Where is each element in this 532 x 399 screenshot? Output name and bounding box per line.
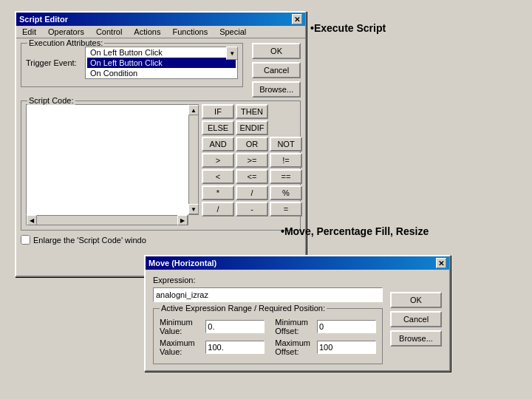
trigger-option-2[interactable]: On Left Button Click xyxy=(87,58,236,68)
top-section: Execution Attributes: Trigger Event: On … xyxy=(21,43,301,98)
script-editor-body: Execution Attributes: Trigger Event: On … xyxy=(16,38,305,249)
btn-lt[interactable]: < xyxy=(202,169,234,184)
btn-eq[interactable]: == xyxy=(270,169,302,184)
move-resize-annotation: •Move, Percentage Fill, Resize xyxy=(281,225,429,237)
max-value-label: Maximum Value: xyxy=(160,338,201,356)
script-editor-title: Script Editor xyxy=(19,15,292,24)
script-scrollbar-v[interactable]: ▲ ▼ xyxy=(188,104,199,215)
ok-button[interactable]: OK xyxy=(252,43,301,59)
max-value-input[interactable] xyxy=(205,341,265,354)
move-dialog-body: OK Cancel Browse... Expression: Active E… xyxy=(146,270,449,370)
trigger-dropdown[interactable]: On Left Button Click On Left Button Clic… xyxy=(85,47,238,79)
script-editor-window: Script Editor ✕ Edit Operators Control A… xyxy=(15,11,307,277)
textarea-container: ▲ ▼ ◀ ▶ xyxy=(26,104,199,225)
dialog-cancel-button[interactable]: Cancel xyxy=(390,311,442,327)
execute-script-annotation: •Execute Script xyxy=(310,22,386,34)
btn-endif[interactable]: ENDIF xyxy=(236,120,268,135)
min-value-label: Minimum Value: xyxy=(160,318,201,335)
btn-lte[interactable]: <= xyxy=(236,169,268,184)
script-code-group: Script Code: ▲ ▼ ◀ ▶ xyxy=(21,100,301,231)
max-offset-input[interactable] xyxy=(317,341,376,354)
btn-or[interactable]: OR xyxy=(236,137,268,151)
menu-edit[interactable]: Edit xyxy=(19,27,39,37)
expression-label: Expression: xyxy=(153,276,195,284)
script-btn-row-3: AND OR NOT xyxy=(202,137,302,151)
min-offset-label: Minimum Offset: xyxy=(275,318,313,335)
btn-minus[interactable]: - xyxy=(236,202,268,216)
scroll-right-arrow[interactable]: ▶ xyxy=(177,215,188,225)
trigger-option-3[interactable]: On Condition xyxy=(87,68,236,78)
btn-then[interactable]: THEN xyxy=(236,104,268,119)
script-code-label: Script Code: xyxy=(27,96,75,105)
range-group: Active Expression Range / Required Posit… xyxy=(153,308,383,364)
menu-functions[interactable]: Functions xyxy=(169,27,211,37)
left-section: Execution Attributes: Trigger Event: On … xyxy=(21,43,243,98)
min-value-input[interactable] xyxy=(205,320,265,333)
textarea-scroll-container: ▲ ▼ xyxy=(26,104,199,215)
btn-neq[interactable]: != xyxy=(270,153,302,168)
script-buttons-grid: IF THEN ELSE ENDIF AND OR NOT > >= xyxy=(202,104,302,225)
trigger-dropdown-wrapper: On Left Button Click On Left Button Clic… xyxy=(85,47,238,79)
script-btn-row-6: * / % xyxy=(202,185,302,200)
max-value-row: Maximum Value: Maximum Offset: xyxy=(160,338,376,356)
move-dialog-window: Move (Horizontal) ✕ OK Cancel Browse... … xyxy=(144,255,451,372)
cancel-button[interactable]: Cancel xyxy=(252,62,301,78)
scroll-up-arrow[interactable]: ▲ xyxy=(188,105,199,115)
script-btn-row-5: < <= == xyxy=(202,169,302,184)
script-editor-close-button[interactable]: ✕ xyxy=(292,14,302,24)
btn-if[interactable]: IF xyxy=(202,104,234,119)
expression-input[interactable] xyxy=(153,287,383,302)
enlarge-checkbox[interactable] xyxy=(21,235,30,245)
menu-actions[interactable]: Actions xyxy=(131,27,163,37)
dialog-left-content: Expression: Active Expression Range / Re… xyxy=(153,276,383,364)
menu-operators[interactable]: Operators xyxy=(45,27,87,37)
script-code-textarea[interactable] xyxy=(26,104,188,215)
dialog-ok-button[interactable]: OK xyxy=(390,292,442,308)
browse-button[interactable]: Browse... xyxy=(252,81,301,98)
min-offset-input[interactable] xyxy=(317,320,376,333)
checkbox-row: Enlarge the 'Script Code' windo xyxy=(21,235,301,245)
scroll-down-arrow[interactable]: ▼ xyxy=(188,204,199,214)
dialog-browse-button[interactable]: Browse... xyxy=(390,330,442,347)
scroll-left-arrow[interactable]: ◀ xyxy=(27,215,37,225)
script-btn-row-4: > >= != xyxy=(202,153,302,168)
btn-fwd-slash[interactable]: / xyxy=(202,202,234,216)
btn-assign[interactable]: = xyxy=(270,202,302,216)
btn-else[interactable]: ELSE xyxy=(202,120,234,135)
expression-row: Expression: xyxy=(153,276,383,284)
btn-not[interactable]: NOT xyxy=(270,137,302,151)
move-dialog-close-button[interactable]: ✕ xyxy=(436,258,446,268)
btn-mul[interactable]: * xyxy=(202,185,234,200)
main-buttons: OK Cancel Browse... xyxy=(252,43,301,98)
btn-and[interactable]: AND xyxy=(202,137,234,151)
trigger-row: Trigger Event: On Left Button Click On L… xyxy=(26,47,238,79)
script-btn-row-2: ELSE ENDIF xyxy=(202,120,302,135)
min-value-row: Minimum Value: Minimum Offset: xyxy=(160,318,376,335)
btn-gte[interactable]: >= xyxy=(236,153,268,168)
trigger-dropdown-arrow[interactable]: ▼ xyxy=(226,47,238,60)
enlarge-label: Enlarge the 'Script Code' windo xyxy=(33,236,146,245)
range-group-label: Active Expression Range / Required Posit… xyxy=(160,304,327,313)
script-btn-row-1: IF THEN xyxy=(202,104,302,119)
script-area: ▲ ▼ ◀ ▶ IF THEN xyxy=(26,104,296,225)
script-scrollbar-h[interactable]: ◀ ▶ xyxy=(26,215,188,225)
btn-div[interactable]: / xyxy=(236,185,268,200)
menu-control[interactable]: Control xyxy=(93,27,125,37)
menu-special[interactable]: Special xyxy=(216,27,249,37)
execution-attributes-group: Execution Attributes: Trigger Event: On … xyxy=(21,43,243,87)
btn-pct[interactable]: % xyxy=(270,185,302,200)
trigger-label: Trigger Event: xyxy=(26,58,85,67)
script-btn-row-7: / - = xyxy=(202,202,302,216)
move-dialog-title: Move (Horizontal) xyxy=(149,259,436,267)
move-dialog-title-bar: Move (Horizontal) ✕ xyxy=(146,256,449,270)
max-offset-label: Maximum Offset: xyxy=(275,338,313,356)
dialog-buttons: OK Cancel Browse... xyxy=(390,292,442,347)
script-editor-title-bar: Script Editor ✕ xyxy=(16,13,305,26)
script-editor-menu-bar: Edit Operators Control Actions Functions… xyxy=(16,26,305,38)
btn-gt[interactable]: > xyxy=(202,153,234,168)
trigger-option-1[interactable]: On Left Button Click xyxy=(87,47,236,58)
